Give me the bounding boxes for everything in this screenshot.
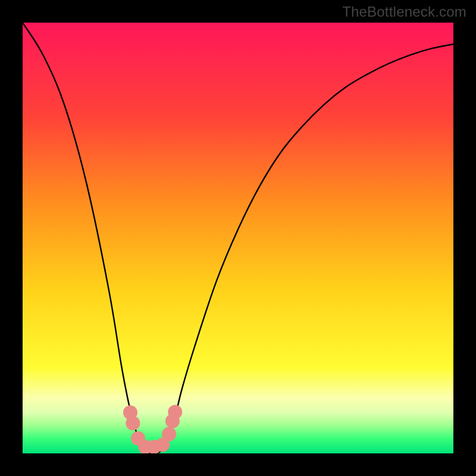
chart-svg (23, 23, 453, 453)
gradient-background (23, 23, 453, 453)
plot-area (23, 23, 453, 453)
highlight-dot (126, 416, 140, 430)
watermark-text: TheBottleneck.com (342, 4, 466, 20)
highlight-dot (168, 405, 182, 419)
chart-container: TheBottleneck.com (0, 0, 476, 476)
highlight-dot (162, 427, 176, 441)
